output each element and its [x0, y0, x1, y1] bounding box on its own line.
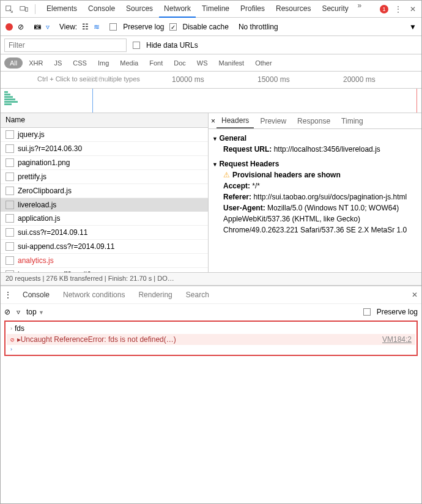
throttle-dropdown-icon[interactable]: ▼	[409, 23, 416, 31]
drawer-tab-network-conditions[interactable]: Network conditions	[61, 288, 127, 302]
type-all[interactable]: All	[4, 57, 23, 69]
close-icon[interactable]: ✕	[408, 4, 418, 14]
request-row[interactable]: livereload.js	[1, 198, 208, 212]
preserve-log-checkbox[interactable]: Preserve log	[109, 23, 164, 31]
console-clear-icon[interactable]: ⊘	[4, 308, 10, 316]
type-js[interactable]: JS	[49, 57, 67, 69]
error-source-link[interactable]: VM184:2	[382, 335, 412, 344]
error-count-badge[interactable]: 1	[380, 5, 388, 13]
separator	[35, 4, 35, 14]
detail-tab-headers[interactable]: Headers	[217, 114, 254, 128]
console-input-line[interactable]: ›fds	[7, 323, 415, 334]
request-row[interactable]: sui-append.css?r=2014.09.11	[1, 240, 208, 254]
drawer-tab-rendering[interactable]: Rendering	[136, 288, 174, 302]
overview-waterfall[interactable]	[1, 89, 421, 113]
clear-icon[interactable]: ⊘	[18, 23, 24, 31]
request-row[interactable]: jquery.js	[1, 128, 208, 142]
tab-timeline[interactable]: Timeline	[197, 1, 234, 18]
view-waterfall-icon[interactable]: ≋	[94, 23, 100, 31]
general-section[interactable]: General	[212, 133, 418, 144]
type-xhr[interactable]: XHR	[24, 57, 48, 69]
drawer-menu-icon[interactable]: ⋮	[4, 291, 12, 299]
tab-elements[interactable]: Elements	[42, 1, 82, 18]
request-headers-section[interactable]: Request Headers	[212, 158, 418, 169]
main-tabs: Elements Console Sources Network Timelin…	[42, 1, 375, 18]
request-row[interactable]: analytics.js	[1, 254, 208, 268]
request-row[interactable]: sui.css?r=2014.09.11	[1, 226, 208, 240]
detail-tabs: × Headers Preview Response Timing	[209, 113, 421, 129]
hide-data-urls-checkbox[interactable]: Hide data URLs	[133, 41, 198, 50]
timeline-ruler[interactable]: Ctrl + Click to select multiple types 50…	[1, 72, 421, 89]
file-icon	[6, 144, 14, 153]
console-toolbar: ⊘ ▿ top ▼ Preserve log	[1, 303, 421, 319]
request-row[interactable]: pagination1.png	[1, 156, 208, 170]
disable-cache-checkbox[interactable]: Disable cache	[169, 23, 229, 31]
tick-10000: 10000 ms	[172, 75, 204, 84]
file-icon	[6, 214, 14, 223]
network-toolbar: ⊘ 📷︎ ▿ View: ☷ ≋ Preserve log Disable ca…	[1, 18, 421, 36]
type-manifest[interactable]: Manifest	[214, 57, 250, 69]
console-preserve-log-checkbox[interactable]: Preserve log	[363, 308, 418, 316]
type-doc[interactable]: Doc	[169, 57, 191, 69]
request-rows[interactable]: jquery.js sui.js?r=2014.06.30 pagination…	[1, 128, 208, 272]
tab-network[interactable]: Network	[159, 1, 196, 18]
request-row[interactable]: prettify.js	[1, 170, 208, 184]
headers-body[interactable]: General Request URL: http://localhost:34…	[209, 129, 421, 272]
overflow-icon[interactable]: »	[355, 1, 365, 10]
type-media[interactable]: Media	[115, 57, 143, 69]
type-ws[interactable]: WS	[192, 57, 213, 69]
drawer-tab-search[interactable]: Search	[183, 288, 212, 302]
record-button[interactable]	[6, 23, 13, 31]
request-detail: × Headers Preview Response Timing Genera…	[209, 113, 421, 272]
camera-icon[interactable]: 📷︎	[34, 23, 41, 31]
detail-tab-preview[interactable]: Preview	[255, 114, 291, 128]
console-filter-icon[interactable]: ▿	[17, 308, 20, 316]
context-select[interactable]: top ▼	[26, 308, 44, 316]
request-row[interactable]: ZeroClipboard.js	[1, 184, 208, 198]
request-row[interactable]: sui.js?r=2014.06.30	[1, 142, 208, 156]
type-filter-row: All XHR JS CSS Img Media Font Doc WS Man…	[1, 54, 421, 72]
svg-rect-1	[20, 6, 25, 10]
console-output[interactable]: ›fds ▸Uncaught ReferenceError: fds is no…	[4, 321, 418, 356]
status-bar: 20 requests | 276 KB transferred | Finis…	[1, 272, 421, 286]
console-error-line[interactable]: ▸Uncaught ReferenceError: fds is not def…	[7, 334, 415, 345]
type-font[interactable]: Font	[144, 57, 168, 69]
detail-tab-response[interactable]: Response	[292, 114, 335, 128]
console-prompt[interactable]: ›	[7, 345, 415, 354]
header-referer: Referer: http://sui.taobao.org/sui/docs/…	[223, 191, 418, 202]
filter-bar: Hide data URLs	[1, 36, 421, 54]
header-user-agent: User-Agent: Mozilla/5.0 (Windows NT 10.0…	[223, 202, 418, 235]
type-css[interactable]: CSS	[68, 57, 92, 69]
request-row[interactable]: application.js	[1, 212, 208, 226]
filter-input[interactable]	[4, 39, 127, 52]
view-label: View:	[59, 23, 77, 31]
throttling-select[interactable]: No throttling	[239, 23, 278, 31]
tick-5000: 5000 ms	[86, 75, 114, 84]
drawer-tab-console[interactable]: Console	[20, 288, 52, 302]
inspect-icon[interactable]	[4, 4, 14, 14]
type-other[interactable]: Other	[250, 57, 277, 69]
detail-tab-timing[interactable]: Timing	[336, 114, 368, 128]
tick-15000: 15000 ms	[257, 75, 290, 84]
drawer-close-icon[interactable]: ✕	[412, 291, 418, 299]
tab-console[interactable]: Console	[83, 1, 120, 18]
drawer: ⋮ Console Network conditions Rendering S…	[1, 286, 421, 356]
device-icon[interactable]	[19, 4, 29, 14]
view-list-icon[interactable]: ☷	[82, 23, 89, 31]
file-icon	[6, 130, 14, 139]
file-icon	[6, 172, 14, 181]
file-icon	[6, 201, 14, 209]
tab-security[interactable]: Security	[317, 1, 353, 18]
tab-sources[interactable]: Sources	[121, 1, 158, 18]
request-row[interactable]: icon-moon.woff?mvdj6z	[1, 268, 208, 272]
tab-profiles[interactable]: Profiles	[235, 1, 270, 18]
type-img[interactable]: Img	[93, 57, 114, 69]
tick-20000: 20000 ms	[343, 75, 376, 84]
column-header-name[interactable]: Name	[1, 113, 208, 128]
tab-resources[interactable]: Resources	[271, 1, 316, 18]
filter-icon[interactable]: ▿	[46, 23, 50, 31]
close-detail-icon[interactable]: ×	[211, 117, 215, 125]
menu-icon[interactable]: ⋮	[393, 4, 403, 14]
drawer-tabbar: ⋮ Console Network conditions Rendering S…	[1, 286, 421, 303]
provisional-warning: Provisional headers are shown	[223, 169, 418, 180]
